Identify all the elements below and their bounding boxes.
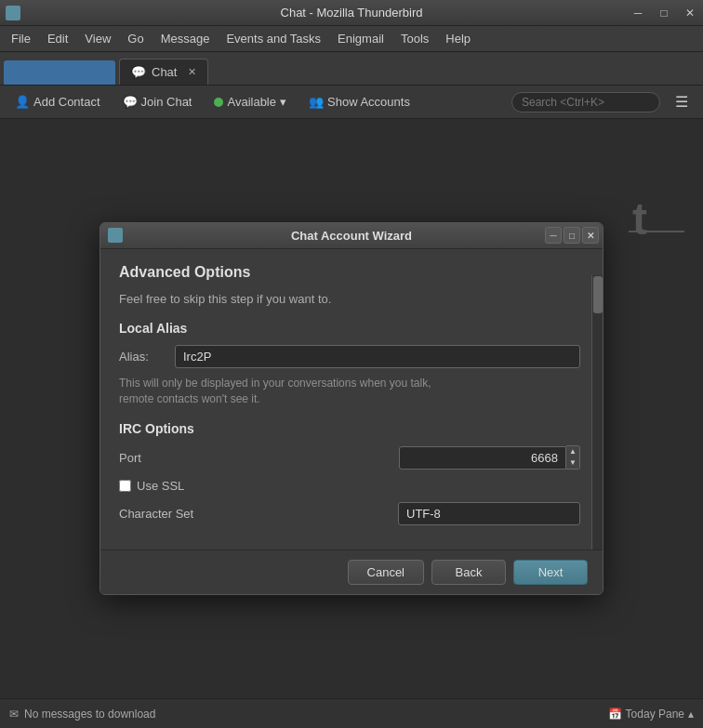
- dialog-app-icon: [108, 228, 123, 243]
- dialog-close-button[interactable]: ✕: [582, 227, 599, 244]
- dialog-minimize-button[interactable]: ─: [545, 227, 562, 244]
- dialog-title: Chat Account Wizard: [291, 229, 412, 243]
- menu-edit[interactable]: Edit: [40, 29, 75, 48]
- dialog-controls: ─ □ ✕: [545, 227, 599, 244]
- app-icon: [6, 6, 20, 20]
- alias-input[interactable]: [175, 345, 580, 368]
- chat-tab-icon: 💬: [131, 65, 146, 79]
- chevron-down-icon: ▾: [280, 95, 286, 109]
- scrollbar-thumb[interactable]: [593, 276, 603, 313]
- window-controls: ─ □ ✕: [625, 0, 703, 25]
- local-alias-section-title: Local Alias: [119, 321, 580, 336]
- port-row: Port ▲ ▼: [119, 445, 580, 470]
- titlebar: Chat - Mozilla Thunderbird ─ □ ✕: [0, 0, 703, 26]
- dialog-intro: Feel free to skip this step if you want …: [119, 292, 580, 306]
- hamburger-button[interactable]: ☰: [668, 89, 696, 114]
- menu-enigmail[interactable]: Enigmail: [330, 29, 391, 48]
- menu-file[interactable]: File: [4, 29, 38, 48]
- today-pane-label[interactable]: Today Pane: [626, 708, 684, 721]
- dialog-maximize-button[interactable]: □: [564, 227, 580, 244]
- alias-hint: This will only be displayed in your conv…: [119, 376, 580, 407]
- menu-tools[interactable]: Tools: [393, 29, 436, 48]
- statusbar-message: No messages to download: [24, 708, 155, 721]
- add-contact-button[interactable]: 👤 Add Contact: [7, 91, 108, 113]
- port-label: Port: [119, 451, 175, 465]
- ssl-label: Use SSL: [137, 479, 184, 493]
- dialog-body: Advanced Options Feel free to skip this …: [100, 249, 603, 550]
- port-input-wrap: ▲ ▼: [399, 445, 580, 470]
- dialog-heading: Advanced Options: [119, 264, 580, 281]
- dialog-overlay: Chat Account Wizard ─ □ ✕ Advanced Optio…: [0, 119, 703, 698]
- menubar: File Edit View Go Message Events and Tas…: [0, 26, 703, 52]
- show-accounts-button[interactable]: 👥 Show Accounts: [301, 91, 418, 113]
- main-content: t Chat Account Wizard ─ □ ✕ Advanced Opt…: [0, 119, 703, 698]
- chevron-up-icon: ▴: [688, 708, 694, 721]
- port-down-button[interactable]: ▼: [566, 457, 579, 469]
- port-input[interactable]: [399, 446, 566, 470]
- port-up-button[interactable]: ▲: [566, 446, 579, 457]
- menu-events-tasks[interactable]: Events and Tasks: [219, 29, 328, 48]
- next-button[interactable]: Next: [513, 560, 588, 585]
- chat-tab-label: Chat: [152, 65, 177, 79]
- status-dot: [214, 98, 223, 107]
- charset-label: Character Set: [119, 507, 231, 521]
- menu-message[interactable]: Message: [153, 29, 218, 48]
- statusbar-right: 📅 Today Pane ▴: [608, 708, 694, 721]
- search-box[interactable]: [511, 92, 660, 113]
- ssl-checkbox[interactable]: [119, 480, 131, 492]
- scrollbar-track[interactable]: [591, 275, 603, 550]
- join-chat-icon: 💬: [123, 95, 138, 109]
- tab-blue-strip[interactable]: [4, 60, 115, 85]
- tab-chat[interactable]: 💬 Chat ✕: [119, 59, 208, 85]
- menu-view[interactable]: View: [77, 29, 118, 48]
- join-chat-button[interactable]: 💬 Join Chat: [115, 91, 200, 113]
- chat-account-wizard-dialog: Chat Account Wizard ─ □ ✕ Advanced Optio…: [99, 222, 604, 596]
- window-title: Chat - Mozilla Thunderbird: [281, 6, 423, 20]
- accounts-icon: 👥: [309, 95, 324, 109]
- maximize-button[interactable]: □: [651, 0, 677, 26]
- add-contact-icon: 👤: [15, 95, 30, 109]
- ssl-row: Use SSL: [119, 479, 580, 493]
- irc-section-title: IRC Options: [119, 421, 580, 436]
- charset-input[interactable]: [398, 502, 580, 525]
- toolbar: 👤 Add Contact 💬 Join Chat Available ▾ 👥 …: [0, 86, 703, 119]
- alias-label: Alias:: [119, 350, 175, 364]
- back-button[interactable]: Back: [431, 560, 506, 585]
- close-window-button[interactable]: ✕: [677, 0, 703, 26]
- search-input[interactable]: [511, 92, 660, 113]
- port-spinners: ▲ ▼: [566, 445, 580, 470]
- statusbar-icon: ✉: [9, 708, 19, 721]
- tab-close-icon[interactable]: ✕: [188, 66, 196, 78]
- menu-go[interactable]: Go: [120, 29, 151, 48]
- join-chat-label: Join Chat: [141, 95, 192, 109]
- dialog-titlebar: Chat Account Wizard ─ □ ✕: [100, 223, 603, 249]
- tabbar: 💬 Chat ✕: [0, 52, 703, 86]
- add-contact-label: Add Contact: [33, 95, 100, 109]
- charset-row: Character Set: [119, 502, 580, 525]
- statusbar: ✉ No messages to download 📅 Today Pane ▴: [0, 698, 703, 728]
- minimize-button[interactable]: ─: [625, 0, 651, 26]
- menu-help[interactable]: Help: [438, 29, 478, 48]
- dialog-footer: Cancel Back Next: [100, 549, 603, 594]
- status-label: Available: [227, 95, 276, 109]
- cancel-button[interactable]: Cancel: [348, 560, 424, 585]
- show-accounts-label: Show Accounts: [327, 95, 410, 109]
- alias-row: Alias:: [119, 345, 580, 368]
- calendar-icon: 📅: [608, 708, 622, 721]
- status-selector[interactable]: Available ▾: [206, 91, 294, 113]
